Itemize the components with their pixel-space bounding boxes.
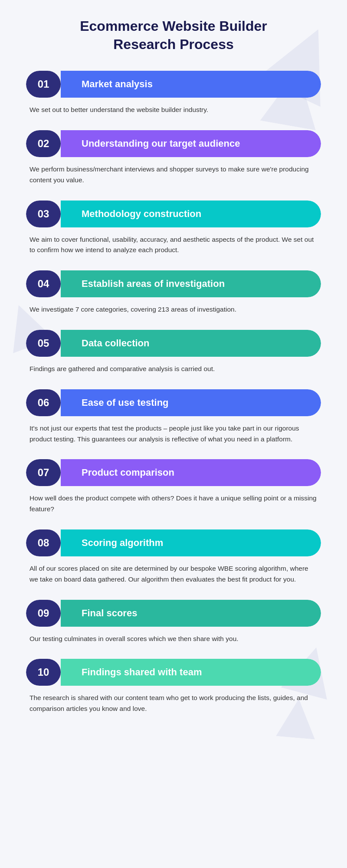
step-label-2: Understanding our target audience xyxy=(71,138,311,149)
step-label-3: Methodology construction xyxy=(71,208,311,220)
step-number-4: 04 xyxy=(26,270,61,297)
step-label-bg-10: Findings shared with team xyxy=(61,659,321,686)
step-label-bg-5: Data collection xyxy=(61,330,321,357)
step-label-4: Establish areas of investigation xyxy=(71,278,311,289)
step-number-1: 01 xyxy=(26,71,61,98)
step-description-8: All of our scores placed on site are det… xyxy=(26,563,321,595)
step-label-9: Final scores xyxy=(71,608,311,619)
step-number-7: 07 xyxy=(26,459,61,486)
step-1: 01 Market analysis We set out to better … xyxy=(26,71,321,126)
steps-list: 01 Market analysis We set out to better … xyxy=(26,71,321,725)
step-header-10: 10 Findings shared with team xyxy=(26,659,321,686)
step-label-8: Scoring algorithm xyxy=(71,537,311,549)
step-number-8: 08 xyxy=(26,529,61,556)
step-label-6: Ease of use testing xyxy=(71,397,311,408)
step-description-4: We investigate 7 core categories, coveri… xyxy=(26,304,321,326)
step-number-5: 05 xyxy=(26,330,61,357)
step-header-1: 01 Market analysis xyxy=(26,71,321,98)
step-3: 03 Methodology construction We aim to co… xyxy=(26,201,321,266)
step-label-1: Market analysis xyxy=(71,79,311,90)
step-header-2: 02 Understanding our target audience xyxy=(26,130,321,157)
step-label-bg-3: Methodology construction xyxy=(61,201,321,227)
step-8: 08 Scoring algorithm All of our scores p… xyxy=(26,529,321,595)
step-7: 07 Product comparison How well does the … xyxy=(26,459,321,525)
step-label-5: Data collection xyxy=(71,338,311,349)
step-label-bg-1: Market analysis xyxy=(61,71,321,98)
step-description-9: Our testing culminates in overall scores… xyxy=(26,634,321,655)
step-number-9: 09 xyxy=(26,600,61,627)
step-label-bg-8: Scoring algorithm xyxy=(61,529,321,556)
step-2: 02 Understanding our target audience We … xyxy=(26,130,321,196)
step-description-3: We aim to cover functional, usability, a… xyxy=(26,234,321,266)
step-header-9: 09 Final scores xyxy=(26,600,321,627)
step-header-5: 05 Data collection xyxy=(26,330,321,357)
step-label-bg-9: Final scores xyxy=(61,600,321,627)
step-header-4: 04 Establish areas of investigation xyxy=(26,270,321,297)
step-9: 09 Final scores Our testing culminates i… xyxy=(26,600,321,655)
step-label-bg-4: Establish areas of investigation xyxy=(61,270,321,297)
step-label-10: Findings shared with team xyxy=(71,667,311,678)
step-label-bg-6: Ease of use testing xyxy=(61,389,321,416)
page-title: Ecommerce Website Builder Research Proce… xyxy=(26,17,321,53)
step-description-10: The research is shared with our content … xyxy=(26,693,321,725)
step-description-1: We set out to better understand the webs… xyxy=(26,105,321,126)
step-description-7: How well does the product compete with o… xyxy=(26,493,321,525)
step-description-2: We perform business/merchant interviews … xyxy=(26,164,321,196)
step-header-6: 06 Ease of use testing xyxy=(26,389,321,416)
step-description-6: It's not just our experts that test the … xyxy=(26,423,321,455)
step-5: 05 Data collection Findings are gathered… xyxy=(26,330,321,385)
step-number-3: 03 xyxy=(26,201,61,227)
step-header-8: 08 Scoring algorithm xyxy=(26,529,321,556)
step-description-5: Findings are gathered and comparative an… xyxy=(26,364,321,385)
step-label-7: Product comparison xyxy=(71,467,311,478)
step-number-10: 10 xyxy=(26,659,61,686)
step-4: 04 Establish areas of investigation We i… xyxy=(26,270,321,326)
step-header-7: 07 Product comparison xyxy=(26,459,321,486)
step-10: 10 Findings shared with team The researc… xyxy=(26,659,321,725)
step-label-bg-2: Understanding our target audience xyxy=(61,130,321,157)
step-number-2: 02 xyxy=(26,130,61,157)
step-number-6: 06 xyxy=(26,389,61,416)
step-6: 06 Ease of use testing It's not just our… xyxy=(26,389,321,455)
step-header-3: 03 Methodology construction xyxy=(26,201,321,227)
step-label-bg-7: Product comparison xyxy=(61,459,321,486)
